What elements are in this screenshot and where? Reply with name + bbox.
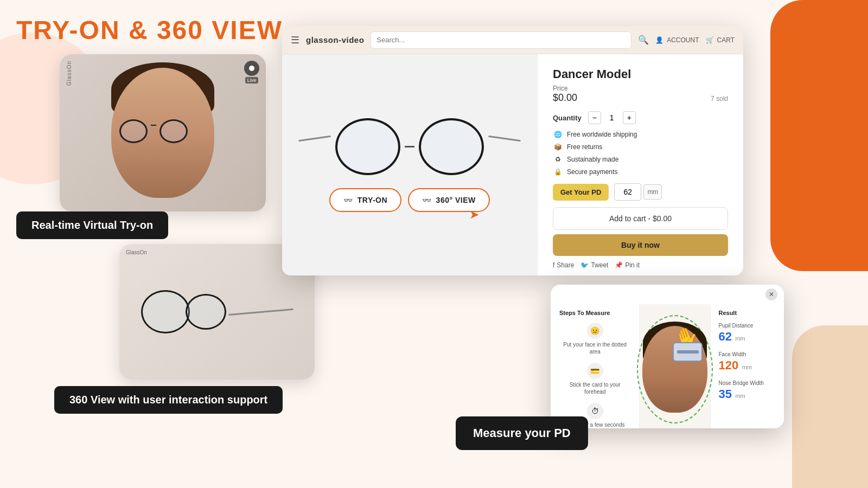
browser-window: ☰ glasson-video 🔍 👤 ACCOUNT 🛒 CART — [282, 26, 743, 275]
feature-returns: 📦 Free returns — [553, 142, 728, 152]
search-input[interactable] — [371, 31, 631, 49]
pd-unit: mm — [643, 184, 662, 200]
account-link[interactable]: 👤 ACCOUNT — [655, 36, 699, 44]
feature-sustainable: ♻ Sustainably made — [553, 155, 728, 164]
nose-bridge-unit: mm — [735, 393, 745, 399]
nose-bridge-value: 35 — [718, 387, 731, 401]
view360-label: 360 View with user interaction support — [54, 386, 283, 414]
cursor-arrow-icon: ➤ — [469, 208, 479, 222]
pupil-distance-unit: mm — [735, 335, 745, 342]
add-to-cart-button[interactable]: Add to cart - $0.00 — [553, 207, 728, 230]
pupil-distance-label: Pupil Distance — [718, 323, 776, 329]
pupil-distance-metric: Pupil Distance 62 mm — [718, 323, 776, 344]
pd-close-button[interactable]: ✕ — [765, 288, 777, 300]
cart-link[interactable]: 🛒 CART — [706, 36, 735, 44]
get-pd-button[interactable]: Get Your PD — [553, 184, 609, 201]
pd-result-title: Result — [718, 310, 776, 316]
tryon-button[interactable]: 👓 TRY-ON — [329, 188, 401, 212]
search-icon[interactable]: 🔍 — [638, 35, 649, 45]
globe-icon: 🌐 — [553, 130, 563, 139]
pd-face-display: ✋ — [640, 304, 710, 428]
bg-shape-right-bottom — [792, 325, 868, 488]
face-width-label: Face Width — [718, 351, 776, 357]
feature-shipping: 🌐 Free worldwide shipping — [553, 130, 728, 139]
tryon-label: Real-time Virtual Try-on — [16, 211, 168, 239]
nose-bridge-label: Nose Bridge Width — [718, 380, 776, 386]
product-price: $0.00 — [553, 92, 577, 104]
face-width-value: 120 — [718, 358, 738, 372]
pd-step2-icon: 💳 — [587, 363, 603, 379]
glasson-logo-360: GlassOn — [126, 249, 147, 255]
pd-step1-text: Put your face in the dotted area — [559, 341, 630, 355]
hamburger-icon[interactable]: ☰ — [291, 34, 299, 46]
pd-measure-label: Measure your PD — [456, 416, 588, 450]
pd-value-input[interactable] — [614, 183, 641, 201]
tryon-card: GlassOn Live — [60, 54, 266, 211]
bg-shape-right — [770, 0, 868, 271]
social-row: f Share 🐦 Tweet 📌 Pin it — [553, 261, 728, 269]
browser-body: 👓 TRY-ON 👓 360° VIEW ➤ Dancer Model Pric… — [282, 54, 743, 275]
product-name: Dancer Model — [553, 67, 728, 81]
feature-list: 🌐 Free worldwide shipping 📦 Free returns… — [553, 130, 728, 177]
face-width-metric: Face Width 120 mm — [718, 351, 776, 373]
pd-row: Get Your PD mm — [553, 183, 728, 201]
product-image-area: 👓 TRY-ON 👓 360° VIEW ➤ — [282, 54, 537, 275]
quantity-label: Quantity — [553, 114, 582, 122]
man-face-display — [108, 62, 217, 203]
pd-step2-text: Stick the card to your forehead — [559, 381, 630, 395]
product-details: Dancer Model Price $0.00 7 sold Quantity… — [537, 54, 743, 275]
pd-step3-icon: ⏱ — [587, 403, 603, 419]
buy-now-button[interactable]: Buy it now — [553, 234, 728, 256]
pd-modal-body: Steps To Measure 😐 Put your face in the … — [551, 304, 784, 428]
qty-value: 1 — [605, 113, 618, 122]
feature-payments: 🔒 Secure payments — [553, 167, 728, 177]
pd-modal: ✕ Steps To Measure 😐 Put your face in th… — [551, 285, 784, 428]
sold-count: 7 sold — [711, 95, 728, 102]
pd-face-col: ✋ — [640, 304, 710, 428]
product-actions-bar: 👓 TRY-ON 👓 360° VIEW ➤ — [329, 188, 490, 212]
browser-logo: glasson-video — [306, 35, 364, 44]
price-label: Price — [553, 85, 728, 92]
glasson-logo: GlassOn — [66, 61, 72, 86]
pupil-distance-value: 62 — [718, 330, 731, 343]
page-title: TRY-ON & 360 VIEW — [16, 15, 283, 45]
glasses-icon: 👓 — [343, 196, 353, 204]
card-icon — [673, 342, 703, 362]
pd-steps-title: Steps To Measure — [559, 310, 630, 316]
qty-minus-button[interactable]: − — [588, 111, 601, 124]
view360-btn-icon: 👓 — [422, 196, 432, 204]
pd-steps-col: Steps To Measure 😐 Put your face in the … — [551, 304, 640, 428]
pd-step1-icon: 😐 — [587, 323, 603, 339]
pd-step-2: 💳 Stick the card to your forehead — [559, 363, 630, 395]
lock-icon: 🔒 — [553, 167, 563, 177]
tweet-button[interactable]: 🐦 Tweet — [580, 261, 608, 269]
browser-header: ☰ glasson-video 🔍 👤 ACCOUNT 🛒 CART — [282, 26, 743, 54]
returns-icon: 📦 — [553, 142, 563, 152]
qty-plus-button[interactable]: + — [623, 111, 636, 124]
live-badge: Live — [244, 61, 259, 84]
face-width-unit: mm — [742, 364, 752, 370]
pd-result-col: Result Pupil Distance 62 mm Face Width 1… — [710, 304, 784, 428]
pd-modal-header: ✕ — [551, 285, 784, 304]
nose-bridge-metric: Nose Bridge Width 35 mm — [718, 380, 776, 401]
pd-step-1: 😐 Put your face in the dotted area — [559, 323, 630, 355]
leaf-icon: ♻ — [553, 155, 563, 164]
pin-button[interactable]: 📌 Pin it — [615, 261, 640, 269]
glasses-360-display — [141, 290, 293, 333]
share-button[interactable]: f Share — [553, 261, 574, 269]
glasses-product-display — [298, 118, 521, 175]
